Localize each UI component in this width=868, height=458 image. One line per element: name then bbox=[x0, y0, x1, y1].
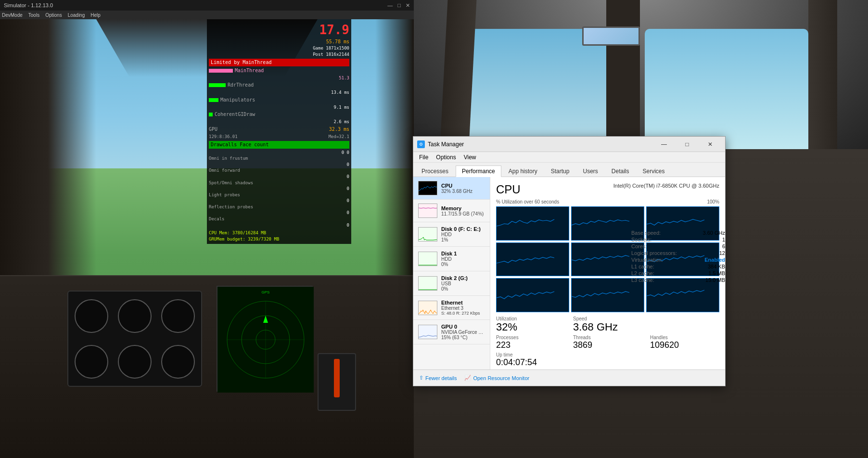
sim-title-text: Simulator - 1.12.13.0 bbox=[4, 2, 53, 8]
stat-handles: Handles 109620 bbox=[650, 335, 719, 350]
debug-coherent-val: 2.6 ms bbox=[209, 119, 349, 125]
tm-body: CPU 32% 3.68 GHz Memory 11.7/15.9 GB (74… bbox=[413, 177, 725, 369]
disk1-resource-name: Disk 1 bbox=[441, 251, 485, 256]
memory-mini-graph bbox=[418, 204, 437, 218]
tm-menu-file[interactable]: File bbox=[415, 154, 432, 161]
disk0-sparkline bbox=[419, 228, 437, 241]
disk2-resource-detail: USB bbox=[441, 281, 485, 286]
tm-footer: ⇧ Fewer details 📈 Open Resource Monitor bbox=[413, 369, 725, 386]
debug-timestamp-row: 129:8:36.01 Med=32.1 bbox=[209, 134, 349, 140]
sim-menu-help[interactable]: Help bbox=[90, 13, 101, 18]
tm-menu-options[interactable]: Options bbox=[432, 154, 460, 161]
cpu-graph-6 bbox=[496, 278, 569, 312]
instrument-1 bbox=[75, 299, 108, 333]
dashboard: GPS bbox=[0, 275, 414, 458]
tm-menu-bar: File Options View bbox=[413, 152, 725, 163]
memory-sparkline bbox=[419, 204, 437, 217]
mirror-reflection bbox=[584, 28, 638, 44]
debug-gru-mem: GRUMem budget: 3239/7320 MB bbox=[209, 236, 349, 242]
task-manager-window: ⚙ Task Manager — □ ✕ File Options View P… bbox=[413, 136, 726, 386]
debug-drawcalls: Drawcalls Face count bbox=[209, 141, 349, 149]
cpu-graph-0 bbox=[496, 206, 569, 241]
debug-rdr-bar bbox=[209, 83, 226, 87]
stat-uptime: Up time 0:04:07:54 bbox=[496, 352, 565, 368]
instrument-2 bbox=[118, 299, 152, 333]
tm-specs-panel: Base speed: 3.60 GHz Sockets: 1 Cores: 6… bbox=[631, 230, 725, 284]
disk0-mini-graph bbox=[418, 227, 437, 242]
cockpit-frame-right-inner bbox=[375, 19, 414, 308]
debug-timestamp: 129:8:36.01 bbox=[209, 134, 238, 140]
stat-processes: Processes 223 bbox=[496, 335, 565, 350]
fewer-details-btn[interactable]: ⇧ Fewer details bbox=[419, 375, 457, 381]
svg-rect-8 bbox=[419, 181, 437, 195]
sim-menu-loading[interactable]: Loading bbox=[68, 13, 85, 18]
throttle-panel bbox=[318, 353, 356, 411]
debug-game-res: Game 1871x1500 bbox=[209, 45, 349, 51]
sidebar-item-disk1[interactable]: Disk 1 HDD 0% bbox=[413, 247, 490, 271]
sim-menu-devmode[interactable]: DevMode bbox=[2, 13, 23, 18]
spec-l1-val: 384 KB bbox=[708, 264, 725, 269]
debug-dc-val: 0 0 bbox=[209, 150, 349, 156]
sidebar-item-disk0[interactable]: Disk 0 (F: C: E:) HDD 1% bbox=[413, 222, 490, 247]
tm-title-bar: ⚙ Task Manager — □ ✕ bbox=[413, 137, 725, 152]
tab-startup[interactable]: Startup bbox=[545, 165, 576, 177]
tm-title-icon: ⚙ bbox=[417, 140, 425, 148]
tm-sidebar: CPU 32% 3.68 GHz Memory 11.7/15.9 GB (74… bbox=[413, 177, 490, 369]
sim-menu-tools[interactable]: Tools bbox=[28, 13, 39, 18]
mfd-svg: GPS bbox=[217, 287, 314, 393]
chevron-up-icon: ⇧ bbox=[419, 375, 423, 381]
mfd-screen: GPS bbox=[217, 286, 313, 392]
open-resource-monitor-btn[interactable]: 📈 Open Resource Monitor bbox=[464, 375, 529, 381]
tab-details[interactable]: Details bbox=[605, 165, 636, 177]
ethernet-resource-pct: S: 48.0 R: 272 Kbps bbox=[441, 311, 485, 316]
debug-gpu-label: GPU bbox=[209, 126, 217, 133]
sim-minimize-btn[interactable]: — bbox=[387, 2, 393, 9]
gpu-mini-graph bbox=[418, 325, 437, 339]
cpu-graph-svg-0 bbox=[497, 207, 569, 240]
stat-speed: Speed 3.68 GHz bbox=[573, 316, 642, 333]
sim-close-btn[interactable]: ✕ bbox=[406, 2, 410, 9]
gpu-resource-detail: NVIDIA GeForce G... bbox=[441, 330, 485, 335]
tm-minimize-btn[interactable]: — bbox=[653, 137, 675, 152]
sim-maximize-btn[interactable]: □ bbox=[397, 2, 401, 9]
throttle-lever bbox=[334, 359, 340, 397]
instrument-4 bbox=[75, 345, 108, 379]
tab-services[interactable]: Services bbox=[637, 165, 671, 177]
sidebar-item-disk2[interactable]: Disk 2 (G:) USB 0% bbox=[413, 271, 490, 296]
tab-processes[interactable]: Processes bbox=[415, 165, 455, 177]
window-left-sky bbox=[462, 29, 606, 149]
disk1-resource-info: Disk 1 HDD 0% bbox=[441, 251, 485, 267]
spec-l3-val: 15.0 MB bbox=[705, 277, 725, 283]
spec-sockets-label: Sockets: bbox=[631, 237, 651, 242]
spec-logical-val: 12 bbox=[719, 250, 725, 256]
debug-omni-frustum: Omni in frustum bbox=[209, 155, 349, 162]
debug-cpu-mem: CPU Mem: 3780/16284 MB bbox=[209, 230, 349, 236]
sim-menu-options[interactable]: Options bbox=[45, 13, 62, 18]
cpu-graph-3 bbox=[496, 242, 569, 277]
disk2-sparkline bbox=[419, 277, 437, 290]
tab-performance[interactable]: Performance bbox=[456, 165, 501, 177]
sidebar-item-ethernet[interactable]: Ethernet Ethernet 3 S: 48.0 R: 272 Kbps bbox=[413, 296, 490, 320]
spec-virt: Virtualization: Enabled bbox=[631, 257, 725, 263]
debug-gpu-val: 32.3 ms bbox=[329, 126, 349, 133]
tm-window-controls: — □ ✕ bbox=[653, 137, 721, 152]
tm-maximize-btn[interactable]: □ bbox=[676, 137, 698, 152]
stat-uptime-value: 0:04:07:54 bbox=[496, 357, 565, 368]
tm-close-btn[interactable]: ✕ bbox=[699, 137, 721, 152]
stat-processes-value: 223 bbox=[496, 340, 565, 350]
tm-menu-view[interactable]: View bbox=[460, 154, 480, 161]
sidebar-item-cpu[interactable]: CPU 32% 3.68 GHz bbox=[413, 177, 490, 200]
debug-decals: Decals bbox=[209, 216, 349, 222]
fewer-details-label: Fewer details bbox=[425, 375, 457, 381]
sidebar-item-gpu[interactable]: GPU 0 NVIDIA GeForce G... 15% (63 °C) bbox=[413, 320, 490, 344]
svg-rect-9 bbox=[419, 204, 437, 217]
debug-manip-val: 9.1 ms bbox=[209, 104, 349, 111]
debug-manip-label: Manipulators bbox=[220, 97, 255, 103]
disk0-resource-detail: HDD bbox=[441, 232, 485, 237]
spec-cores-label: Cores: bbox=[631, 243, 647, 249]
tm-cpu-model: Intel(R) Core(TM) i7-6850K CPU @ 3.60GHz bbox=[613, 183, 719, 189]
sidebar-item-memory[interactable]: Memory 11.7/15.9 GB (74%) bbox=[413, 200, 490, 222]
tab-users[interactable]: Users bbox=[576, 165, 604, 177]
tab-app-history[interactable]: App history bbox=[502, 165, 544, 177]
debug-coherent-label: CoherentGIDraw bbox=[215, 111, 255, 118]
